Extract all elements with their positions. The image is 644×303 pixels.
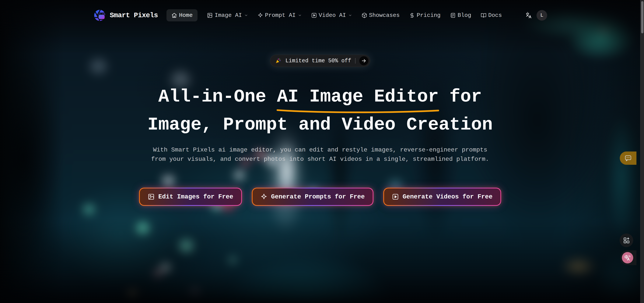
hero-heading: All-in-One AI Image Editor for Image, Pr…	[148, 83, 493, 139]
header: Smart Pixels Home	[0, 0, 640, 31]
image-icon	[207, 13, 213, 18]
heading-line2: Image, Prompt and Video Creation	[148, 115, 493, 135]
main-nav: Home Image AI	[166, 9, 502, 22]
heading-line1: All-in-One AI Image Editor for	[158, 87, 482, 107]
cta-button-row: Edit Images for Free Generate Prompts fo…	[139, 188, 501, 206]
orange-underline-swoosh	[276, 109, 440, 114]
landing-page: Smart Pixels Home	[0, 0, 644, 303]
home-icon	[172, 13, 177, 18]
generate-prompts-button-inner: Generate Prompts for Free	[252, 188, 373, 205]
scrollbar-thumb[interactable]	[641, 1, 644, 33]
generate-videos-button-inner: Generate Videos for Free	[384, 188, 500, 205]
edit-images-button-inner: Edit Images for Free	[140, 188, 241, 205]
sparkle-icon	[260, 193, 267, 200]
generate-prompts-button[interactable]: Generate Prompts for Free	[252, 188, 374, 206]
nav-label: Prompt AI	[265, 12, 296, 19]
chevron-down-icon	[298, 14, 302, 17]
notebook-icon	[450, 13, 456, 18]
nav-item-prompt-ai[interactable]: Prompt AI	[258, 12, 302, 19]
brand-name: Smart Pixels	[110, 11, 158, 19]
nav-item-video-ai[interactable]: Video AI	[311, 12, 352, 19]
chat-support-widget[interactable]	[620, 152, 636, 165]
arrow-right-icon	[361, 58, 366, 63]
promo-banner[interactable]: Limited time 50% off	[270, 55, 370, 67]
generate-videos-button[interactable]: Generate Videos for Free	[383, 188, 501, 206]
nav-label: Blog	[458, 12, 471, 19]
nav-label: Pricing	[417, 12, 440, 19]
video-play-icon	[392, 193, 399, 200]
hero-content: Limited time 50% off All-in-One AI Image…	[0, 0, 640, 303]
nav-item-docs[interactable]: Docs	[481, 12, 502, 19]
nav-item-image-ai[interactable]: Image AI	[207, 12, 248, 19]
dollar-icon	[409, 13, 415, 18]
subtitle-line2: from your visuals, and convert photos in…	[151, 155, 489, 164]
user-avatar[interactable]: L	[536, 10, 547, 21]
nav-item-blog[interactable]: Blog	[450, 12, 471, 19]
page-scrollbar[interactable]	[640, 0, 644, 303]
chevron-down-icon	[244, 14, 248, 17]
page-translate-widget[interactable]	[620, 250, 636, 265]
brand-logo[interactable]: Smart Pixels	[93, 9, 158, 22]
nav-label: Video AI	[319, 12, 346, 19]
nav-label: Image AI	[214, 12, 242, 19]
nav-label: Showcases	[369, 12, 400, 19]
package-icon	[362, 13, 367, 18]
nav-item-home[interactable]: Home	[166, 9, 198, 22]
translate-icon	[524, 11, 532, 19]
heading-highlight: AI Image Editor	[277, 83, 439, 111]
nav-item-pricing[interactable]: Pricing	[409, 12, 440, 19]
party-popper-icon	[275, 58, 282, 64]
cta-label: Edit Images for Free	[158, 193, 233, 200]
cta-label: Generate Videos for Free	[402, 193, 492, 200]
book-open-icon	[481, 13, 486, 18]
nav-wrap: Smart Pixels Home	[93, 9, 547, 22]
hero-subtitle: With Smart Pixels ai image editor, you c…	[151, 145, 489, 164]
language-switcher-button[interactable]	[523, 10, 534, 21]
video-play-icon	[311, 13, 317, 18]
nav-label: Home	[179, 12, 192, 19]
chat-bubble-icon	[624, 154, 632, 162]
edit-images-button[interactable]: Edit Images for Free	[139, 188, 242, 206]
chevron-down-icon	[348, 14, 352, 17]
ai-apps-widget[interactable]	[620, 233, 633, 247]
avatar-initial: L	[540, 13, 543, 18]
promo-banner-text: Limited time 50% off	[285, 58, 351, 64]
nav-item-showcases[interactable]: Showcases	[362, 12, 400, 19]
subtitle-line1: With Smart Pixels ai image editor, you c…	[151, 145, 489, 155]
cta-label: Generate Prompts for Free	[271, 193, 365, 200]
banner-arrow-button[interactable]	[359, 56, 368, 65]
image-icon	[148, 193, 154, 200]
nav-label: Docs	[488, 12, 502, 19]
apps-sparkle-icon	[622, 236, 630, 244]
hero-section: Smart Pixels Home	[0, 0, 640, 303]
translate-circle-icon	[622, 252, 633, 263]
sparkle-icon	[258, 13, 263, 18]
aperture-logo-icon	[93, 9, 106, 22]
banner-divider	[355, 58, 356, 64]
